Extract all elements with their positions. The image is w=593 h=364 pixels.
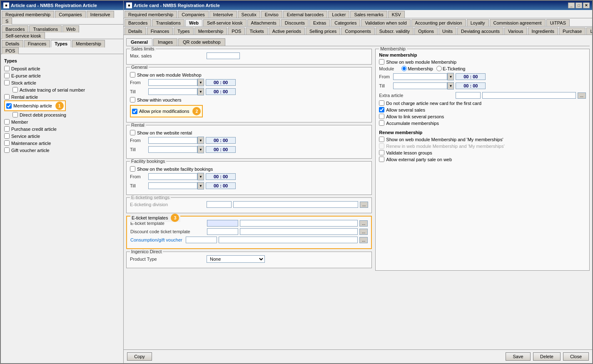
left-tab-membership[interactable]: Membership [72,40,105,47]
direct-debit-checkbox[interactable] [12,112,18,117]
tab-attachments[interactable]: Attachments [247,19,280,26]
left-tab-finances[interactable]: Finances [24,40,50,47]
left-tab-barcodes[interactable]: Barcodes [2,25,28,32]
discount-code-short[interactable] [207,228,238,235]
consumption-long[interactable] [219,237,358,243]
left-tab-self-service[interactable]: Self-service kiosk [2,32,45,39]
tab-pos[interactable]: POS [228,27,245,35]
tab-external-barcodes[interactable]: External barcodes [283,11,328,18]
tab-companies[interactable]: Companies [178,11,209,18]
tab-tickets[interactable]: Tickets [246,27,267,35]
close-button-footer[interactable]: Close [563,352,589,361]
discount-code-long[interactable] [240,228,358,235]
eticket-division-browse[interactable]: ... [360,202,368,208]
tab-secutix[interactable]: Secutix [238,11,260,18]
tab-units[interactable]: Units [439,27,456,35]
tab-self-service-kiosk[interactable]: Self-service kiosk [203,19,247,26]
membership-checkbox[interactable] [6,103,12,109]
membership-from-date-input[interactable] [393,73,447,80]
close-button[interactable]: ✕ [583,2,590,8]
tab-various[interactable]: Various [504,27,527,35]
service-checkbox[interactable] [4,133,10,139]
tab-sales-remarks[interactable]: Sales remarks [350,11,387,18]
tab-purchase[interactable]: Purchase [559,27,586,35]
allow-external-party-checkbox[interactable] [379,157,384,162]
extra-article-browse[interactable]: ... [578,92,586,99]
tab-extras[interactable]: Extras [309,19,330,26]
membership-till-dropdown[interactable]: ▼ [447,82,454,90]
general-till-date-input[interactable] [148,88,197,95]
eticket-template-short-input[interactable]: NMBSETicl [207,220,238,227]
discount-code-browse[interactable]: ... [359,229,368,235]
tab-commission-agreement[interactable]: Commission agreement [490,19,546,26]
tab-locker[interactable]: Locker [328,11,349,18]
left-tab-pos[interactable]: POS [2,47,19,54]
left-tab-web[interactable]: Web [62,25,79,32]
validate-lesson-groups-checkbox[interactable] [379,150,384,155]
extra-article-long[interactable] [482,92,576,99]
module-eticketing-radio[interactable] [436,66,442,71]
tab-accounting-per-division[interactable]: Accounting per division [411,19,466,26]
left-tab-companies[interactable]: Companies [55,11,86,18]
general-from-date-input[interactable] [148,79,197,86]
sub-tab-qr-code[interactable]: QR code webshop [178,38,225,46]
tab-barcodes[interactable]: Barcodes [125,19,151,26]
rental-checkbox[interactable] [4,94,10,100]
allow-price-modifications-checkbox[interactable] [132,109,137,114]
eticket-template-browse[interactable]: ... [359,220,368,227]
sub-tab-general[interactable]: General [126,38,152,46]
left-tab-translations[interactable]: Translations [29,25,62,32]
do-not-charge-checkbox[interactable] [379,100,384,106]
consumption-browse[interactable]: ... [359,237,368,243]
eticket-division-short[interactable] [207,201,232,208]
tab-selling-prices[interactable]: Selling prices [306,27,340,35]
tab-options[interactable]: Options [414,27,438,35]
rental-till-date-input[interactable] [148,146,197,153]
show-website-rental-checkbox[interactable] [130,130,135,135]
eticket-template-long-input[interactable]: E-Ticket for NMBS Integration [240,220,358,227]
left-tab-details[interactable]: Details [2,40,23,47]
stock-checkbox[interactable] [4,80,10,85]
tab-types[interactable]: Types [174,27,193,35]
tab-finances[interactable]: Finances [147,27,173,35]
eticket-division-long[interactable] [233,201,358,208]
allow-link-persons-checkbox[interactable] [379,114,384,119]
tab-enviso[interactable]: Enviso [261,11,282,18]
left-tab-types[interactable]: Types [51,40,71,47]
facility-till-dropdown[interactable]: ▼ [197,182,204,189]
copy-button[interactable]: Copy [127,352,152,361]
membership-till-date-input[interactable] [393,82,447,89]
tab-categories[interactable]: Categories [331,19,360,26]
show-webshop-checkbox[interactable] [130,72,135,77]
tab-intersolve[interactable]: Intersolve [209,11,237,18]
tab-ksv[interactable]: KSV [388,11,405,18]
tab-validation-when-sold[interactable]: Validation when sold [361,19,410,26]
extra-article-short[interactable] [456,92,481,99]
rental-till-dropdown[interactable]: ▼ [197,146,204,153]
tab-details[interactable]: Details [125,27,146,35]
consumption-label[interactable]: Consumption/gift voucher [130,237,182,242]
rental-from-date-input[interactable] [148,137,197,144]
consumption-short[interactable] [186,237,217,243]
minimize-button[interactable]: _ [568,2,575,8]
restore-button[interactable]: □ [576,2,582,8]
tab-membership[interactable]: Membership [194,27,227,35]
tab-web[interactable]: Web [185,19,202,26]
save-button[interactable]: Save [506,352,531,361]
general-from-dropdown[interactable]: ▼ [197,79,204,86]
facility-from-date-input[interactable] [148,173,197,180]
tab-required-membership[interactable]: Required membership [125,11,177,18]
maintenance-checkbox[interactable] [4,140,10,146]
purchase-credit-checkbox[interactable] [4,126,10,132]
tab-ingredients[interactable]: Ingredients [528,27,558,35]
module-membership-radio[interactable] [401,66,407,71]
tab-active-periods[interactable]: Active periods [269,27,305,35]
epurse-checkbox[interactable] [4,73,10,78]
left-tab-s[interactable]: S [2,17,12,25]
deposit-checkbox[interactable] [4,66,10,71]
left-tab-intersolve[interactable]: Intersolve [87,11,114,18]
max-sales-input[interactable]: 0 [207,52,240,59]
facility-till-date-input[interactable] [148,182,197,189]
sub-tab-images[interactable]: Images [153,38,177,46]
show-web-membership-checkbox[interactable] [379,59,384,65]
